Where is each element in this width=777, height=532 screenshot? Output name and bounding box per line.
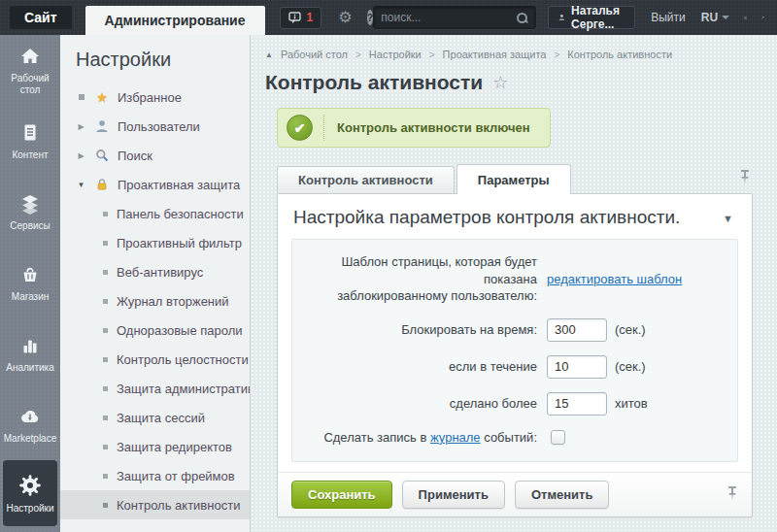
section-title: Настройка параметров контроля активности…	[293, 207, 680, 227]
edit-template-link[interactable]: редактировать шаблон	[547, 272, 682, 286]
sidebar-subitem-one-time-passwords[interactable]: Одноразовые пароли	[60, 316, 250, 345]
sidebar-item-label: Защита от фреймов	[117, 469, 235, 483]
sidebar-subitem-redirect-protection[interactable]: Защита редиректов	[60, 432, 250, 461]
sidebar-subitem-frame-protection[interactable]: Защита от фреймов	[60, 461, 250, 490]
layers-icon	[17, 192, 43, 216]
hits-input[interactable]	[547, 392, 607, 416]
bullet-icon	[103, 299, 108, 304]
form-row-hits: сделано более хитов	[292, 392, 737, 416]
search-input[interactable]	[381, 11, 516, 24]
chevron-right-icon[interactable]: ▶	[76, 122, 86, 131]
form-footer: Сохранить Применить Отменить	[278, 472, 752, 516]
search-icon	[94, 149, 110, 162]
rail-item-analytics[interactable]: Аналитика	[0, 318, 60, 389]
sidebar-subitem-web-antivirus[interactable]: Веб-антивирус	[60, 257, 250, 286]
field-label: сделано более	[292, 395, 537, 413]
pin-icon[interactable]	[726, 486, 738, 501]
search-icon[interactable]	[516, 12, 528, 24]
bullet-icon	[103, 386, 108, 391]
notifications-button[interactable]: 1	[280, 7, 322, 29]
chevron-down-icon[interactable]: ▼	[76, 181, 86, 189]
interval-input[interactable]	[547, 355, 607, 379]
cancel-button[interactable]: Отменить	[515, 481, 610, 509]
pin-icon[interactable]	[758, 11, 769, 23]
sidebar-subitem-session-protection[interactable]: Защита сессий	[60, 403, 250, 432]
gear-icon[interactable]: ⚙	[338, 10, 352, 25]
save-button[interactable]: Сохранить	[291, 481, 392, 509]
logout-button[interactable]: Выйти	[651, 11, 686, 24]
bullet-icon	[103, 474, 108, 479]
field-label-part: Сделать запись в	[323, 430, 426, 445]
tab-parameters[interactable]: Параметры	[456, 164, 571, 194]
home-icon[interactable]: ▲	[265, 50, 273, 59]
sidebar-item-label: Защита сессий	[117, 411, 205, 425]
sidebar-item-proactive-protection[interactable]: ▼ Проактивная защита	[60, 170, 250, 199]
field-label: если в течение	[292, 358, 537, 376]
favorite-star-icon[interactable]: ☆	[492, 74, 508, 91]
breadcrumb-item[interactable]: Настройки	[369, 49, 422, 60]
chevron-right-icon[interactable]: ▶	[76, 151, 86, 160]
field-label-part: событий:	[484, 430, 537, 445]
sidebar-item-label: Веб-антивирус	[117, 265, 203, 280]
breadcrumb-item[interactable]: Рабочий стол	[281, 49, 348, 60]
breadcrumb: ▲ Рабочий стол > Настройки > Проактивная…	[251, 35, 777, 60]
rail-item-services[interactable]: Сервисы	[0, 177, 60, 248]
language-selector[interactable]: RU	[701, 11, 729, 24]
journal-checkbox[interactable]	[551, 430, 565, 445]
rail-item-desktop[interactable]: Рабочий стол	[0, 35, 60, 106]
sidebar-item-favorites[interactable]: ★ Избранное	[60, 83, 250, 112]
left-rail: Рабочий стол Контент Сервисы Магазин	[0, 35, 60, 532]
sidebar-subitem-admin-protection[interactable]: Защита административного ра	[60, 374, 250, 403]
sidebar-subitem-proactive-filter[interactable]: Проактивный фильтр	[60, 228, 250, 257]
sidebar-subitem-activity-control[interactable]: Контроль активности	[60, 490, 250, 519]
sidebar-item-label: Журнал вторжений	[117, 294, 229, 309]
gear-icon	[17, 473, 43, 498]
bullet-icon	[103, 357, 108, 362]
settings-panel: Настройка параметров контроля активности…	[277, 193, 753, 517]
user-icon	[94, 119, 110, 133]
rail-item-store[interactable]: Магазин	[0, 248, 60, 318]
search-box	[373, 6, 536, 29]
rail-item-settings[interactable]: Настройки	[3, 460, 57, 526]
status-banner-text: Контроль активности включен	[337, 120, 530, 135]
topbar: Сайт Администрирование 1 ⚙ ? Наталья Сер…	[0, 0, 777, 35]
sidebar-item-label: Защита административного ра	[117, 382, 250, 396]
bullet-icon	[103, 503, 108, 508]
language-code: RU	[701, 11, 718, 24]
pin-icon[interactable]	[739, 170, 751, 184]
help-icon[interactable]: ?	[367, 10, 374, 25]
breadcrumb-item[interactable]: Контроль активности	[567, 49, 672, 60]
breadcrumb-separator: >	[355, 50, 361, 60]
sidebar-subitem-intrusion-log[interactable]: Журнал вторжений	[60, 286, 250, 316]
rail-item-label: Магазин	[2, 291, 58, 303]
user-name: Наталья Серге...	[571, 4, 625, 31]
tab-activity-control[interactable]: Контроль активности	[277, 166, 455, 193]
block-time-input[interactable]	[547, 318, 607, 342]
sidebar-item-users[interactable]: ▶ Пользователи	[60, 112, 250, 141]
sidebar-item-search[interactable]: ▶ Поиск	[60, 141, 250, 170]
apply-button[interactable]: Применить	[402, 481, 505, 509]
field-unit: (сек.)	[615, 322, 646, 337]
desktop-view-icon[interactable]	[744, 12, 747, 24]
event-journal-link[interactable]: журнале	[430, 430, 481, 445]
rail-item-label: Контент	[2, 150, 58, 161]
breadcrumb-separator: >	[554, 50, 559, 60]
rail-item-marketplace[interactable]: Marketplace	[0, 389, 60, 460]
bullet-icon	[103, 445, 108, 449]
sidebar-subitem-security-panel[interactable]: Панель безопасности	[60, 199, 250, 228]
field-label-line: Шаблон страницы, которая будет показана	[341, 254, 537, 286]
sidebar-item-label: Одноразовые пароли	[117, 323, 243, 338]
sidebar-subitem-integrity-control[interactable]: Контроль целостности	[60, 345, 250, 374]
form-row-journal: Сделать запись в журнале событий:	[292, 429, 737, 449]
breadcrumb-item[interactable]: Проактивная защита	[443, 49, 547, 60]
user-menu-button[interactable]: Наталья Серге...	[548, 6, 635, 29]
tab-site[interactable]: Сайт	[10, 6, 72, 29]
rail-item-content[interactable]: Контент	[0, 106, 60, 177]
tab-administration[interactable]: Администрирование	[85, 6, 265, 35]
collapse-section-icon[interactable]: ▼	[723, 213, 733, 224]
form-row-interval: если в течение (сек.)	[292, 355, 737, 379]
banner-divider	[323, 115, 324, 141]
bar-chart-icon	[17, 334, 43, 357]
bullet-icon	[103, 416, 108, 420]
rail-item-label: Аналитика	[2, 362, 58, 374]
